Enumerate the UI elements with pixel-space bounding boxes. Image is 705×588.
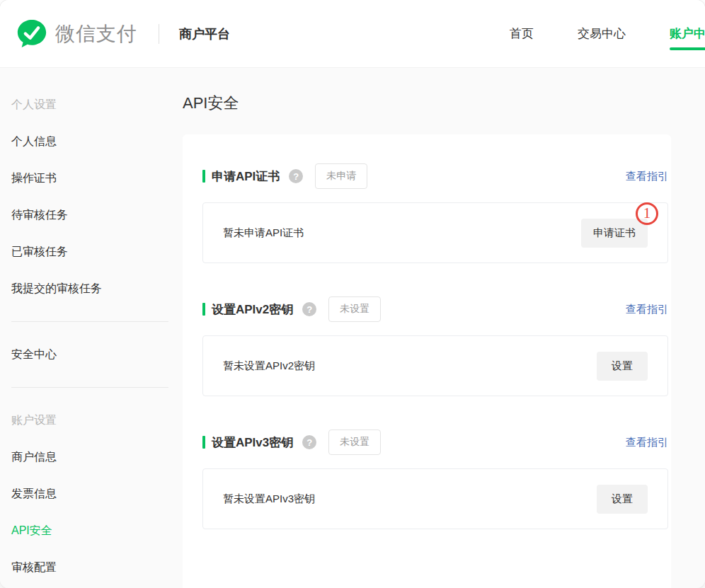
sidebar-header-personal-settings: 个人设置	[0, 86, 183, 123]
status-badge: 未申请	[315, 163, 367, 189]
section-apply-api-certificate: 申请API证书 ? 未申请 查看指引 暂未申请API证书 申请证书 1	[202, 164, 668, 263]
section-header: 申请API证书 ? 未申请 查看指引	[202, 164, 668, 188]
sidebar-item-my-submitted-review-tasks[interactable]: 我提交的审核任务	[0, 270, 183, 307]
view-guide-link[interactable]: 查看指引	[626, 303, 668, 316]
view-guide-link[interactable]: 查看指引	[626, 170, 668, 183]
page-title: API安全	[183, 93, 705, 113]
section-title: 申请API证书	[212, 168, 280, 185]
section-accent-bar	[202, 436, 205, 449]
section-accent-bar	[202, 170, 205, 183]
nav-item-account-center[interactable]: 账户中心	[670, 25, 705, 42]
section-accent-bar	[202, 303, 205, 316]
apiv2-key-card: 暂未设置APIv2密钥 设置	[202, 335, 668, 396]
active-nav-underline	[670, 47, 705, 50]
apiv3-key-card: 暂未设置APIv3密钥 设置	[202, 468, 668, 529]
wechat-pay-logo-icon	[16, 18, 48, 50]
section-header: 设置APIv2密钥 ? 未设置 查看指引	[202, 297, 668, 321]
sidebar-item-merchant-info[interactable]: 商户信息	[0, 439, 183, 475]
main-content: API安全 申请API证书 ? 未申请 查看指引 暂未申请API证书 申请证书	[183, 68, 705, 588]
section-title: 设置APIv3密钥	[212, 434, 293, 451]
apply-certificate-button[interactable]: 申请证书	[581, 219, 648, 248]
question-mark-icon[interactable]: ?	[289, 169, 303, 183]
api-security-panel: 申请API证书 ? 未申请 查看指引 暂未申请API证书 申请证书 1	[183, 134, 671, 588]
sidebar-item-review-config[interactable]: 审核配置	[0, 549, 183, 586]
action-button-wrap: 设置	[597, 485, 648, 514]
sidebar-item-api-security[interactable]: API安全	[0, 512, 183, 549]
sidebar-item-reviewed-tasks[interactable]: 已审核任务	[0, 234, 183, 270]
sidebar-item-personal-info[interactable]: 个人信息	[0, 123, 183, 160]
sidebar: 个人设置 个人信息 操作证书 待审核任务 已审核任务 我提交的审核任务 安全中心…	[0, 68, 183, 588]
view-guide-link[interactable]: 查看指引	[626, 436, 668, 449]
sidebar-divider	[11, 387, 168, 388]
nav-item-label: 账户中心	[670, 27, 705, 40]
sidebar-item-invoice-info[interactable]: 发票信息	[0, 475, 183, 512]
certificate-card: 暂未申请API证书 申请证书 1	[202, 202, 668, 263]
empty-state-text: 暂未设置APIv3密钥	[223, 492, 315, 506]
nav-item-home[interactable]: 首页	[510, 25, 534, 42]
question-mark-icon[interactable]: ?	[302, 302, 316, 316]
nav-item-transaction-center[interactable]: 交易中心	[578, 25, 626, 42]
action-button-wrap: 设置	[597, 352, 648, 381]
set-apiv2-key-button[interactable]: 设置	[597, 352, 648, 381]
portal-name: 商户平台	[179, 25, 230, 42]
top-nav: 首页 交易中心 账户中心	[510, 25, 705, 42]
section-apiv3-key: 设置APIv3密钥 ? 未设置 查看指引 暂未设置APIv3密钥 设置	[202, 430, 668, 529]
sidebar-header-account-settings: 账户设置	[0, 402, 183, 439]
status-badge: 未设置	[328, 430, 381, 455]
sidebar-item-security-center[interactable]: 安全中心	[0, 336, 183, 373]
section-header: 设置APIv3密钥 ? 未设置 查看指引	[202, 430, 668, 454]
brand-divider	[159, 24, 159, 44]
empty-state-text: 暂未申请API证书	[223, 226, 304, 240]
set-apiv3-key-button[interactable]: 设置	[597, 485, 648, 514]
question-mark-icon[interactable]: ?	[302, 435, 316, 449]
section-apiv2-key: 设置APIv2密钥 ? 未设置 查看指引 暂未设置APIv2密钥 设置	[202, 297, 668, 396]
empty-state-text: 暂未设置APIv2密钥	[223, 359, 315, 373]
sidebar-item-pending-review-tasks[interactable]: 待审核任务	[0, 197, 183, 234]
sidebar-divider	[11, 321, 168, 322]
brand-name: 微信支付	[55, 21, 137, 47]
action-button-wrap: 申请证书 1	[581, 219, 648, 248]
section-title: 设置APIv2密钥	[212, 301, 293, 318]
merchant-platform-window: 微信支付 商户平台 首页 交易中心 账户中心 个人设置 个人信息 操作证书 待审…	[0, 0, 705, 588]
sidebar-item-operation-certificate[interactable]: 操作证书	[0, 160, 183, 197]
status-badge: 未设置	[328, 296, 381, 322]
header: 微信支付 商户平台 首页 交易中心 账户中心	[0, 0, 705, 68]
body: 个人设置 个人信息 操作证书 待审核任务 已审核任务 我提交的审核任务 安全中心…	[0, 68, 705, 588]
